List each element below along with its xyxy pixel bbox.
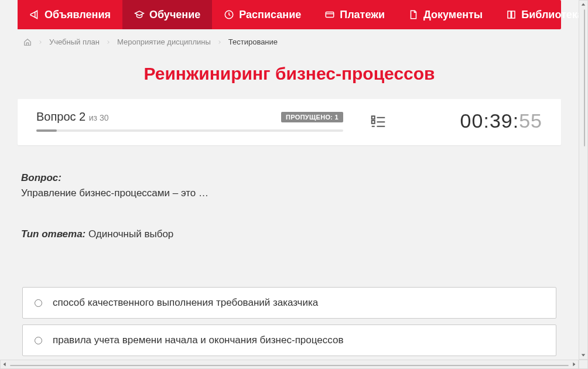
answers-list: способ качественного выполнения требован… <box>18 287 561 360</box>
triangle-down-icon <box>581 353 586 357</box>
timer-minutes: 00 <box>460 110 484 132</box>
svg-rect-2 <box>372 116 375 119</box>
answer-text: правила учета времени начала и окончания… <box>53 334 343 346</box>
answer-radio[interactable] <box>35 337 42 344</box>
breadcrumb-link[interactable]: Мероприятие дисциплины <box>117 37 211 46</box>
question-header-card: Вопрос 2 из 30 ПРОПУЩЕНО: 1 <box>18 99 561 145</box>
answer-type-value: Одиночный выбор <box>88 228 173 240</box>
nav-schedule[interactable]: Расписание <box>212 0 313 29</box>
chevron-right-icon <box>105 39 111 45</box>
megaphone-icon <box>29 9 40 20</box>
question-current-number: 2 <box>79 110 86 123</box>
progress-fill <box>36 129 57 132</box>
nav-item-label: Документы <box>423 9 483 21</box>
chevron-right-icon <box>37 39 43 45</box>
timer: 00:39:55 <box>413 110 542 132</box>
answer-radio[interactable] <box>35 299 42 307</box>
answer-option[interactable]: способ качественного выполнения требован… <box>22 287 556 319</box>
svg-rect-3 <box>372 120 375 123</box>
graduation-icon <box>134 9 145 20</box>
progress-bar <box>36 129 343 132</box>
triangle-left-icon <box>2 362 7 367</box>
timer-centiseconds: 55 <box>519 110 542 132</box>
scrollbar-corner <box>579 360 588 369</box>
nav-library[interactable]: Библиотека <box>494 0 579 29</box>
file-icon <box>408 9 419 20</box>
main-navbar: Объявления Обучение Расписание Платежи Д… <box>18 0 561 29</box>
breadcrumb: Учебный план Мероприятие дисциплины Тест… <box>18 29 561 52</box>
nav-item-label: Расписание <box>239 9 301 21</box>
question-of-word: из <box>89 113 97 122</box>
triangle-up-icon <box>581 2 586 7</box>
svg-rect-1 <box>326 12 334 18</box>
card-icon <box>324 9 335 20</box>
nav-item-label: Объявления <box>45 9 111 21</box>
scroll-down-button[interactable] <box>579 351 587 359</box>
scroll-left-button[interactable] <box>1 360 9 368</box>
nav-education[interactable]: Обучение <box>122 0 212 29</box>
nav-announcements[interactable]: Объявления <box>18 0 122 29</box>
question-word: Вопрос <box>36 110 76 123</box>
scrollbar-thumb[interactable] <box>10 365 569 366</box>
breadcrumb-current: Тестирование <box>228 37 278 46</box>
scroll-up-button[interactable] <box>579 1 587 9</box>
answer-option[interactable]: правила учета времени начала и окончания… <box>22 324 556 356</box>
nav-item-label: Библиотека <box>521 9 579 21</box>
chevron-right-icon <box>217 39 223 45</box>
nav-item-label: Обучение <box>149 9 200 21</box>
timer-seconds: 39 <box>490 110 513 132</box>
horizontal-scrollbar[interactable] <box>0 360 579 369</box>
nav-documents[interactable]: Документы <box>396 0 494 29</box>
clock-icon <box>224 9 234 20</box>
triangle-right-icon <box>572 362 576 367</box>
question-text: Управление бизнес-процессами – это … <box>21 187 558 199</box>
question-label: Вопрос: <box>21 172 61 183</box>
scroll-right-button[interactable] <box>570 360 578 368</box>
vertical-scrollbar[interactable] <box>579 0 588 360</box>
nav-item-label: Платежи <box>340 9 385 21</box>
answer-type-label: Тип ответа: <box>21 228 86 240</box>
page-title: Реинжиниринг бизнес-процессов <box>18 64 561 84</box>
scrollbar-thumb[interactable] <box>584 9 585 146</box>
breadcrumb-link[interactable]: Учебный план <box>49 37 100 46</box>
question-number: Вопрос 2 из 30 <box>36 110 109 124</box>
question-total-number: 30 <box>100 113 109 122</box>
book-icon <box>506 9 517 20</box>
question-body: Вопрос: Управление бизнес-процессами – э… <box>18 145 561 252</box>
skipped-badge: ПРОПУЩЕНО: 1 <box>281 112 343 122</box>
nav-payments[interactable]: Платежи <box>313 0 396 29</box>
answer-text: способ качественного выполнения требован… <box>53 297 318 309</box>
question-list-icon[interactable] <box>370 112 387 130</box>
home-icon[interactable] <box>23 38 32 46</box>
